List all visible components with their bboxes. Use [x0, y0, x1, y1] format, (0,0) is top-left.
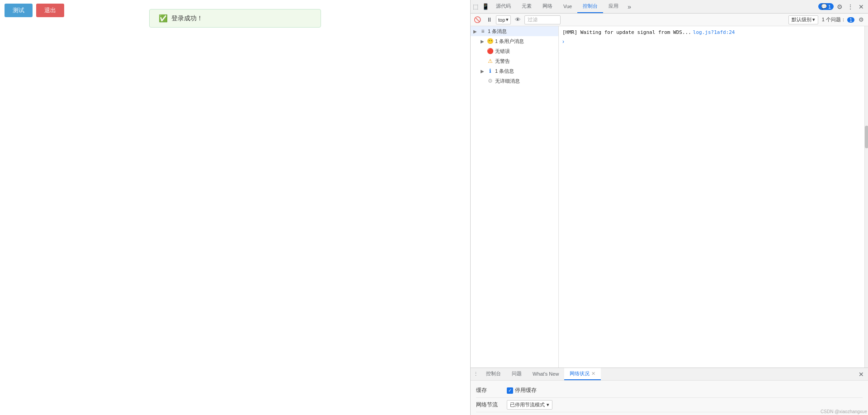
tree-item-info[interactable]: ▶ ℹ 1 条信息 — [471, 66, 558, 76]
tree-label-no-verbose: 无详细消息 — [495, 78, 520, 85]
tab-vue-label: Vue — [563, 4, 572, 9]
tree-item-all-messages[interactable]: ▶ ≡ 1 条消息 — [471, 26, 558, 36]
tab-sources-label: 源代码 — [496, 3, 511, 9]
bottom-tab-console-label: 控制台 — [486, 370, 501, 377]
tab-elements-label: 元素 — [522, 3, 532, 9]
tree-item-no-errors[interactable]: ▶ 🔴 无错误 — [471, 46, 558, 56]
console-message-link[interactable]: log.js?1afd:24 — [693, 29, 735, 37]
bottom-tab-whats-new-label: What's New — [533, 371, 559, 377]
tree-item-no-warnings[interactable]: ▶ ⚠ 无警告 — [471, 56, 558, 66]
bottom-tab-issues-label: 问题 — [512, 370, 522, 377]
network-throttle-select[interactable]: 已停用节流模式 ▾ — [507, 400, 552, 410]
issue-badge: 1 个问题： 1 — [822, 16, 854, 23]
tab-console[interactable]: 控制台 — [577, 0, 603, 13]
warning-icon: ⚠ — [487, 58, 493, 64]
console-message-text: [HMR] Waiting for update signal from WDS… — [562, 29, 691, 37]
tab-sources[interactable]: 源代码 — [491, 0, 516, 13]
context-label: top — [498, 17, 505, 23]
watermark: CSDN @xiaozhangxue — [821, 409, 867, 414]
messages-icon: ≡ — [480, 28, 486, 34]
devtools-secondary-toolbar: 🚫 ⏸ top ▾ 👁 过滤 默认级别 ▾ 1 个问题： 1 ⚙ — [471, 14, 868, 26]
app-area: 测试 退出 ✅ 登录成功！ — [0, 0, 470, 415]
tab-application-label: 应用 — [609, 3, 618, 9]
context-selector[interactable]: top ▾ — [496, 15, 511, 24]
devtools-tabs: ⬚ 📱 源代码 元素 网络 Vue 控制台 应用 » — [471, 0, 868, 14]
tab-elements[interactable]: 元素 — [516, 0, 537, 13]
bottom-panel-content: 缓存 ✓ 停用缓存 网络节流 已停用节流模式 ▾ — [471, 381, 868, 415]
test-button[interactable]: 测试 — [5, 4, 33, 17]
tab-network[interactable]: 网络 — [537, 0, 558, 13]
tab-application[interactable]: 应用 — [603, 0, 624, 13]
filter-placeholder: 过滤 — [528, 16, 538, 23]
right-scrollbar[interactable] — [864, 26, 868, 368]
tree-label-info: 1 条信息 — [495, 68, 514, 75]
show-network-requests-icon[interactable]: 👁 — [513, 15, 523, 25]
clear-console-icon[interactable]: 🚫 — [472, 15, 482, 25]
bottom-tab-console[interactable]: 控制台 — [481, 368, 506, 380]
success-message: 登录成功！ — [171, 14, 203, 23]
bottom-more-icon[interactable]: ⋮ — [471, 368, 481, 380]
devtools-panel: ⬚ 📱 源代码 元素 网络 Vue 控制台 应用 » — [470, 0, 868, 415]
bottom-tab-whats-new[interactable]: What's New — [527, 368, 564, 380]
log-level-selector[interactable]: 默认级别 ▾ — [788, 15, 818, 24]
expand-output-arrow[interactable]: › — [559, 38, 864, 46]
context-dropdown-arrow: ▾ — [506, 17, 509, 23]
success-toast: ✅ 登录成功！ — [149, 9, 321, 28]
info-icon: ℹ — [487, 68, 493, 74]
verbose-icon: ⚙ — [487, 78, 493, 84]
message-icon: 💬 — [821, 4, 827, 9]
success-icon: ✅ — [159, 14, 168, 23]
console-output: [HMR] Waiting for update signal from WDS… — [559, 26, 864, 368]
devtools-bottom-panel: ⋮ 控制台 问题 What's New 网络状况 ✕ ✕ — [471, 368, 868, 415]
message-count-badge: 💬 1 — [818, 3, 834, 10]
device-icon[interactable]: 📱 — [481, 2, 491, 12]
scrollbar-thumb — [865, 126, 868, 148]
disable-cache-label: 停用缓存 — [515, 387, 537, 394]
user-message-icon: 😶 — [487, 38, 493, 44]
message-count: 1 — [828, 4, 831, 9]
checkbox-checked-icon: ✓ — [507, 387, 513, 394]
expand-arrow-messages: ▶ — [472, 28, 478, 34]
tree-label-no-warnings: 无警告 — [495, 58, 510, 65]
tab-vue[interactable]: Vue — [558, 0, 577, 13]
tab-more[interactable]: » — [624, 0, 635, 13]
disable-cache-checkbox[interactable]: ✓ 停用缓存 — [507, 387, 537, 394]
network-throttle-value: 已停用节流模式 — [510, 401, 545, 408]
toolbar-settings-icon[interactable]: ⚙ — [856, 15, 866, 25]
network-throttle-label: 网络节流 — [476, 401, 503, 409]
expand-arrow-info: ▶ — [480, 68, 485, 74]
expand-arrow-user: ▶ — [480, 38, 485, 44]
settings-icon[interactable]: ⚙ — [835, 2, 844, 12]
tree-label-user-messages: 1 条用户消息 — [495, 38, 524, 45]
network-throttle-row: 网络节流 已停用节流模式 ▾ — [476, 398, 863, 412]
console-tree: ▶ ≡ 1 条消息 ▶ 😶 1 条用户消息 ▶ 🔴 无错误 — [471, 26, 559, 368]
exit-button[interactable]: 退出 — [36, 4, 64, 17]
bottom-tab-network-conditions[interactable]: 网络状况 ✕ — [564, 368, 601, 380]
bottom-panel-close-button[interactable]: ✕ — [856, 369, 866, 379]
pause-on-exception-icon[interactable]: ⏸ — [484, 15, 494, 25]
throttle-dropdown-arrow: ▾ — [547, 402, 549, 408]
filter-input[interactable]: 过滤 — [524, 15, 561, 24]
cache-row: 缓存 ✓ 停用缓存 — [476, 383, 863, 398]
issue-count-text: 1 个问题： — [822, 16, 846, 23]
log-level-label: 默认级别 — [792, 16, 811, 23]
error-icon: 🔴 — [487, 48, 493, 54]
tab-network-label: 网络 — [542, 3, 552, 9]
tree-item-user-messages[interactable]: ▶ 😶 1 条用户消息 — [471, 36, 558, 46]
bottom-tab-network-conditions-label: 网络状况 — [570, 370, 590, 377]
dock-icon[interactable]: ✕ — [856, 2, 866, 12]
issue-count-number: 1 — [847, 17, 854, 23]
more-options-icon[interactable]: ⋮ — [845, 2, 855, 12]
bottom-tab-close-icon[interactable]: ✕ — [591, 371, 595, 377]
tree-label-messages: 1 条消息 — [488, 28, 507, 35]
tree-item-no-verbose[interactable]: ▶ ⚙ 无详细消息 — [471, 76, 558, 86]
tab-console-label: 控制台 — [583, 3, 598, 9]
console-message-hmr: [HMR] Waiting for update signal from WDS… — [559, 28, 864, 38]
inspect-icon[interactable]: ⬚ — [471, 2, 481, 12]
log-level-arrow: ▾ — [812, 17, 815, 23]
bottom-tab-issues[interactable]: 问题 — [506, 368, 527, 380]
cache-label: 缓存 — [476, 387, 503, 394]
tree-label-no-errors: 无错误 — [495, 48, 510, 55]
devtools-main: ▶ ≡ 1 条消息 ▶ 😶 1 条用户消息 ▶ 🔴 无错误 — [471, 26, 868, 368]
bottom-tabs: ⋮ 控制台 问题 What's New 网络状况 ✕ ✕ — [471, 368, 868, 381]
